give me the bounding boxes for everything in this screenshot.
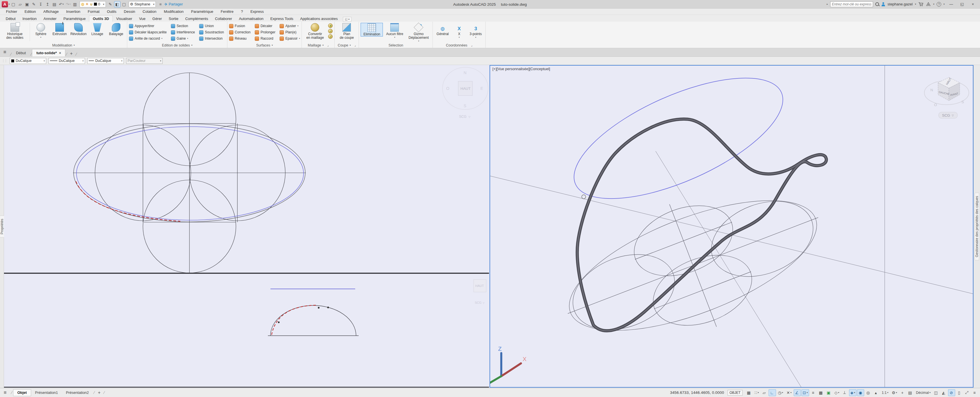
ribbon-tab[interactable]: Compléments — [182, 16, 212, 22]
solid-history-button[interactable]: Historique des solides — [2, 23, 28, 40]
fullscreen-icon[interactable]: ⤢ — [964, 389, 970, 396]
ribbon-tab[interactable]: Insertion — [19, 16, 40, 22]
menu-item[interactable]: Dessin — [120, 8, 139, 15]
new-file-icon[interactable]: ▢ — [10, 1, 16, 8]
ribbon-tab[interactable]: Vue — [135, 16, 149, 22]
new-layout-button[interactable]: + — [95, 390, 103, 395]
units-ruler-icon[interactable]: ▤ — [907, 389, 914, 396]
linetype-dropdown[interactable]: DuCalque ▾ — [48, 58, 85, 64]
graphics-performance-icon[interactable]: ⊘ — [948, 389, 955, 396]
panel-label-modelisation[interactable]: Modélisation▾ — [0, 43, 127, 48]
surface-trim-icon[interactable]: Ajuster ▾ — [280, 24, 300, 28]
layer-on-icon[interactable]: ◍ — [81, 2, 84, 6]
surface-blend-icon[interactable]: Fusion — [229, 24, 252, 28]
tab-close-icon[interactable]: × — [59, 51, 61, 55]
autodesk-access-icon[interactable] — [926, 2, 931, 6]
file-tab-document[interactable]: tuto-solide* × — [32, 49, 65, 56]
gizmo-button[interactable]: Gizmo Déplacement ▾ — [406, 23, 431, 42]
share-button[interactable]: ✈ Partager — [164, 2, 183, 6]
dynamic-input-icon[interactable]: ▱ — [761, 389, 768, 396]
layout-tab[interactable]: Présentation1 — [31, 389, 62, 396]
polar-tracking-icon[interactable]: ◷▾ — [776, 389, 784, 396]
print-icon[interactable]: ▤ — [51, 1, 57, 8]
file-tabs-menu-icon[interactable]: ≡ — [0, 48, 10, 56]
ribbon-tab[interactable]: Express Tools — [267, 16, 297, 22]
panel-label-surfaces[interactable]: Surfaces▾ — [228, 43, 302, 48]
restore-button[interactable]: ◱ — [958, 1, 966, 8]
ribbon-display-toggle[interactable]: ◱▾ — [343, 17, 352, 22]
smooth-remove-icon[interactable]: ∕ — [328, 34, 332, 39]
menu-item[interactable]: Insertion — [62, 8, 84, 15]
filter-button[interactable]: Aucun filtre ▾ — [383, 23, 406, 38]
layout-tab[interactable]: Objet — [13, 389, 31, 396]
menu-item[interactable]: ? — [237, 8, 247, 15]
panel-launcher-icon[interactable]: ⌟ — [327, 44, 329, 47]
selection-filter-icon[interactable]: ◈▾ — [849, 389, 857, 396]
transparency-icon[interactable]: ▩ — [818, 389, 824, 396]
ucs-x-button[interactable]: X X ▾ — [451, 23, 467, 38]
annotation-visibility-icon[interactable]: ◉ — [857, 389, 864, 396]
app-store-cart-icon[interactable] — [918, 2, 924, 6]
open-folder-icon[interactable]: ▱ — [17, 1, 23, 8]
inactive-viewcube-small[interactable]: HAUT SCG ▽ — [474, 279, 486, 304]
mesh-convert-button[interactable]: Convertir en maillage — [304, 23, 326, 40]
units-value[interactable]: Décimal▾ — [915, 389, 932, 396]
menu-item[interactable]: Outils — [103, 8, 120, 15]
search-input[interactable] — [830, 2, 873, 7]
inactive-viewcube[interactable]: HAUT N O E S SCG ▽ — [442, 67, 488, 119]
offset-edge-icon[interactable]: Décaler l&apos;arête — [129, 30, 168, 35]
surface-patch-icon[interactable]: Correction — [229, 30, 252, 35]
crosshair-icon[interactable]: + — [899, 389, 906, 396]
minimize-button[interactable]: — — [947, 1, 956, 8]
intersect-icon[interactable]: Intersection — [199, 37, 225, 41]
menu-item[interactable]: Fenêtre — [217, 8, 237, 15]
properties-palette-icon[interactable]: ◧ — [114, 1, 120, 8]
surface-extend-icon[interactable]: Prolonger — [255, 30, 277, 35]
ucs-world-button[interactable]: ◍ Général — [434, 23, 450, 37]
sweep-button[interactable]: Balayage — [107, 23, 125, 37]
lineweight-icon[interactable]: ≡ — [810, 389, 817, 396]
layer-manager-palette-tab[interactable]: Gestionnaire des propriétés des calques — [975, 193, 979, 260]
search-icon[interactable] — [875, 2, 879, 6]
menu-item[interactable]: Edition — [21, 8, 40, 15]
ribbon-tab[interactable]: Gérer — [149, 16, 165, 22]
union-icon[interactable]: Union — [199, 24, 225, 28]
customization-icon[interactable]: ≡ — [971, 389, 978, 396]
new-drawing-tab-button[interactable]: + — [68, 51, 75, 56]
menu-item[interactable]: Paramétrique — [188, 8, 217, 15]
sphere-button[interactable]: Sphère ▾ — [32, 23, 50, 38]
lineweight-dropdown[interactable]: DuCalque ▾ — [87, 58, 124, 64]
qat-collapse-icon[interactable]: ≡ — [157, 1, 164, 8]
save-icon[interactable]: ▣ — [24, 1, 30, 8]
ribbon-tab[interactable]: Applications associées — [297, 16, 341, 22]
layer-control[interactable]: ◍ ☀ ∪ 0 ▾ — [80, 1, 106, 8]
presspull-icon[interactable]: Appuyer/tirer — [129, 24, 168, 28]
app-menu-caret-icon[interactable]: ▾ — [8, 3, 10, 5]
surface-network-icon[interactable]: Réseau — [229, 37, 252, 41]
isodraft-icon[interactable]: ✕▾ — [785, 389, 793, 396]
quick-properties-icon[interactable]: ◫ — [933, 389, 940, 396]
osnap-icon[interactable]: ⊡▾ — [802, 389, 810, 396]
toolbar-grip-icon[interactable]: ⋮⋮ — [2, 59, 7, 63]
viewport-3d-active[interactable]: [+][Vue personnalisée][Conceptuel] — [490, 65, 974, 387]
help-caret-icon[interactable]: ▾ — [943, 3, 945, 5]
ribbon-tab[interactable]: Collaborer — [212, 16, 235, 22]
layout-tab[interactable]: Présentation2 — [62, 389, 93, 396]
export-icon[interactable]: ↧ — [38, 1, 44, 8]
ribbon-tab[interactable]: Automatisation — [235, 16, 267, 22]
cursor-coordinates[interactable]: 3456.6733, 1446.4605, 0.0000 — [670, 391, 724, 395]
ribbon-tab[interactable]: Annoter — [40, 16, 60, 22]
layer-dropdown-caret-icon[interactable]: ▾ — [103, 3, 104, 6]
loft-button[interactable]: Lissage — [88, 23, 107, 37]
interference-icon[interactable]: Interférence — [171, 30, 196, 35]
ribbon-tab[interactable]: Outils 3D — [89, 15, 113, 22]
signed-in-user[interactable]: stephane.gazel — [888, 2, 913, 6]
panel-label-selection[interactable]: Sélection — [359, 43, 433, 48]
shell-icon[interactable]: Gaine ▾ — [171, 37, 196, 41]
annotation-scale-value[interactable]: 1:1▾ — [880, 389, 889, 396]
viewcube[interactable]: HAUT GAUCHE AVANT N O S SCG ▽ — [924, 77, 969, 118]
autoscale-icon[interactable]: ◎ — [865, 389, 872, 396]
close-button[interactable]: × — [969, 1, 977, 8]
layout-menu-icon[interactable]: ≡ — [0, 390, 10, 395]
space-mode-button[interactable]: OBJET — [727, 390, 743, 395]
